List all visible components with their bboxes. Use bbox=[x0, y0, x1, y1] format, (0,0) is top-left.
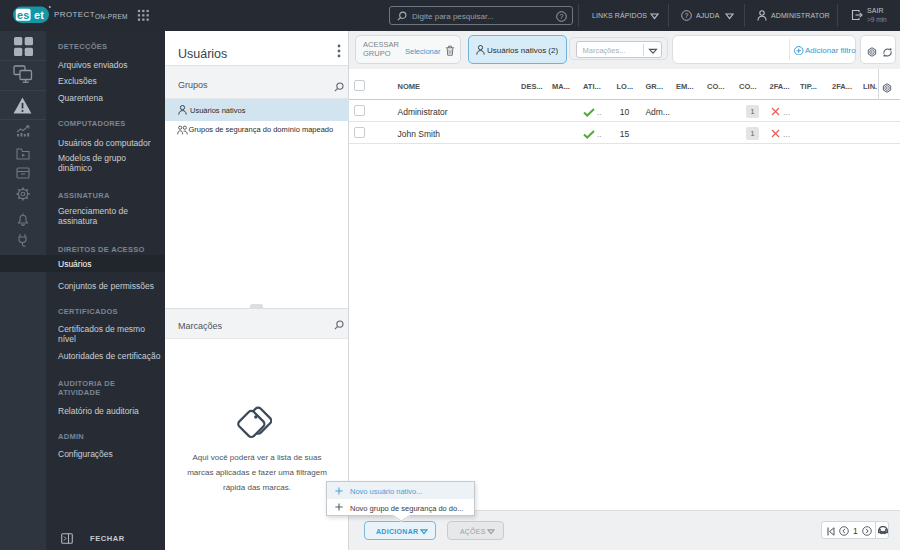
svg-text:es: es bbox=[17, 9, 29, 21]
svg-text:?: ? bbox=[560, 13, 564, 20]
svg-text:?: ? bbox=[685, 12, 689, 19]
svg-text:et: et bbox=[34, 9, 44, 21]
